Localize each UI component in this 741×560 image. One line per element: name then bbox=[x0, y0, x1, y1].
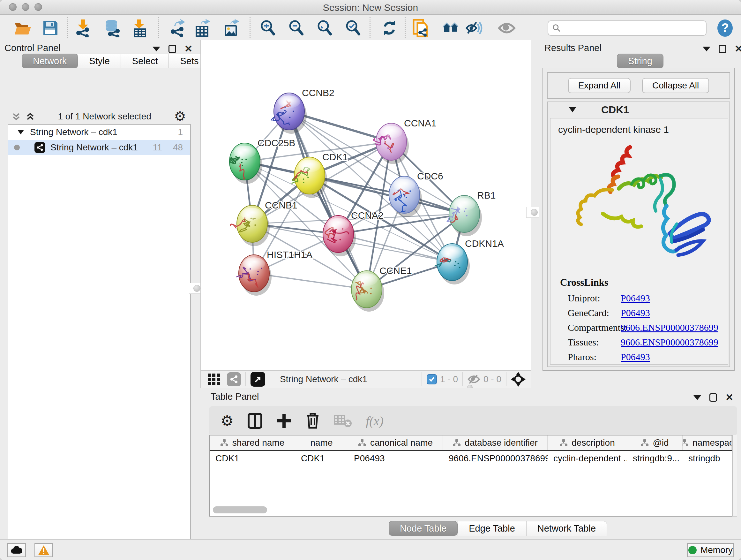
memory-button[interactable]: Memory bbox=[687, 543, 734, 557]
import-network-database-icon[interactable] bbox=[104, 19, 121, 37]
tab-network[interactable]: Network bbox=[22, 54, 78, 68]
node-CDKN1A[interactable]: CDKN1A bbox=[434, 238, 504, 285]
add-column-icon[interactable] bbox=[276, 413, 292, 428]
table-cell[interactable]: stringdb bbox=[683, 451, 732, 466]
table-row[interactable]: CDK1CDK1P064939606.ENSP00000378699cyclin… bbox=[210, 451, 732, 466]
tab-edge-table[interactable]: Edge Table bbox=[458, 521, 526, 536]
home-networks-icon[interactable] bbox=[442, 19, 460, 37]
node-RB1[interactable]: RB1 bbox=[447, 190, 495, 236]
results-panel-float-icon[interactable] bbox=[719, 45, 726, 53]
node-CDC6[interactable]: CDC6 bbox=[389, 171, 443, 217]
import-table-icon[interactable] bbox=[130, 19, 148, 37]
search-field[interactable] bbox=[548, 20, 706, 36]
table-panel-close-icon[interactable]: ✕ bbox=[725, 393, 733, 401]
results-panel-close-icon[interactable]: ✕ bbox=[735, 45, 741, 53]
node-CCNB1[interactable]: CCNB1 bbox=[230, 200, 297, 246]
tab-string[interactable]: String bbox=[617, 54, 664, 68]
collection-name: String Network – cdk1 bbox=[30, 127, 118, 137]
table-cell[interactable]: 9606.ENSP00000378699 bbox=[443, 451, 548, 466]
column-header-shared-name[interactable]: shared name bbox=[210, 435, 295, 450]
zoom-fit-icon[interactable] bbox=[316, 19, 334, 37]
zoom-in-icon[interactable] bbox=[259, 19, 277, 37]
fit-selected-crosshair-icon[interactable] bbox=[511, 372, 526, 387]
crosslink-link[interactable]: P06493 bbox=[621, 352, 650, 362]
birds-eye-view-icon[interactable] bbox=[251, 372, 265, 387]
network-options-gear-icon[interactable]: ⚙ bbox=[174, 112, 186, 121]
zoom-out-icon[interactable] bbox=[287, 19, 306, 37]
hide-unhide-icon[interactable] bbox=[465, 19, 483, 37]
table-vertical-scrollbar[interactable] bbox=[732, 435, 737, 516]
column-header-canonical-name[interactable]: canonical name bbox=[348, 435, 443, 450]
grid-view-icon[interactable] bbox=[208, 373, 220, 385]
cloud-button[interactable] bbox=[7, 543, 26, 557]
cdk1-section-header[interactable]: CDK1 bbox=[548, 102, 730, 118]
table-panel-menu-icon[interactable] bbox=[693, 395, 701, 400]
table-cell[interactable]: CDK1 bbox=[295, 451, 348, 466]
crosslink-link[interactable]: 9606.ENSP00000378699 bbox=[621, 322, 718, 333]
node-CCNE1[interactable]: CCNE1 bbox=[351, 265, 412, 312]
collapse-all-icon[interactable] bbox=[11, 112, 21, 121]
node-CDK1[interactable]: CDK1 bbox=[291, 152, 348, 198]
table-horizontal-scrollbar[interactable] bbox=[213, 506, 267, 513]
control-panel-menu-icon[interactable] bbox=[152, 47, 160, 51]
search-input[interactable] bbox=[561, 23, 702, 33]
crosslink-link[interactable]: P06493 bbox=[621, 293, 650, 304]
delete-table-icon[interactable] bbox=[334, 414, 352, 428]
show-eye-icon[interactable] bbox=[498, 19, 516, 37]
edge-CDK1-RB1[interactable] bbox=[310, 176, 464, 214]
tab-select[interactable]: Select bbox=[121, 54, 169, 68]
tab-network-table[interactable]: Network Table bbox=[526, 521, 607, 536]
show-columns-icon[interactable] bbox=[248, 413, 262, 429]
table-cell[interactable]: CDK1 bbox=[210, 451, 295, 466]
open-session-icon[interactable] bbox=[14, 19, 31, 37]
export-image-icon[interactable] bbox=[222, 19, 240, 37]
refresh-icon[interactable] bbox=[381, 19, 398, 37]
edge-CCNB2-CCNE1[interactable] bbox=[289, 111, 367, 289]
column-header-database-identifier[interactable]: database identifier bbox=[443, 435, 548, 450]
node-CDC25B[interactable]: CDC25B bbox=[229, 138, 295, 184]
network-view-icon[interactable] bbox=[227, 372, 241, 386]
table-toolbar: ⚙ f(x) bbox=[209, 406, 737, 435]
help-icon[interactable]: ? bbox=[716, 19, 734, 37]
selected-checkbox-icon[interactable] bbox=[427, 374, 437, 384]
crosslinks-title: CrossLinks bbox=[560, 277, 726, 288]
zoom-selected-icon[interactable] bbox=[344, 19, 362, 37]
copy-style-icon[interactable] bbox=[412, 19, 429, 37]
table-panel-float-icon[interactable] bbox=[710, 393, 717, 401]
control-panel-close-icon[interactable]: ✕ bbox=[185, 45, 192, 53]
warning-button[interactable] bbox=[35, 543, 53, 557]
expand-all-icon[interactable] bbox=[25, 112, 35, 121]
column-header-namespac[interactable]: namespac bbox=[683, 435, 732, 450]
export-table-icon[interactable] bbox=[193, 19, 211, 37]
table-cell[interactable]: P06493 bbox=[348, 451, 443, 466]
expand-all-button[interactable]: Expand All bbox=[568, 78, 630, 93]
collapse-all-button[interactable]: Collapse All bbox=[642, 78, 709, 93]
save-session-icon[interactable] bbox=[42, 19, 59, 37]
section-collapse-triangle-icon[interactable] bbox=[569, 107, 576, 113]
apply-function-icon[interactable]: f(x) bbox=[366, 414, 384, 428]
import-network-file-icon[interactable] bbox=[74, 19, 92, 37]
node-CCNA1[interactable]: CCNA1 bbox=[373, 118, 436, 164]
column-header-name[interactable]: name bbox=[295, 435, 348, 450]
delete-column-icon[interactable] bbox=[306, 413, 320, 429]
column-header-description[interactable]: description bbox=[548, 435, 627, 450]
node-CCNA2[interactable]: CCNA2 bbox=[323, 210, 384, 256]
results-panel-menu-icon[interactable] bbox=[703, 47, 711, 51]
table-options-gear-icon[interactable]: ⚙ bbox=[220, 414, 233, 428]
table-cell[interactable]: stringdb:9... bbox=[627, 451, 683, 466]
crosslink-link[interactable]: 9606.ENSP00000378699 bbox=[621, 337, 718, 348]
memory-status-dot bbox=[688, 546, 697, 554]
tab-style[interactable]: Style bbox=[78, 54, 121, 68]
network-collection-row[interactable]: String Network – cdk1 1 bbox=[8, 125, 190, 140]
node-HIST1H1A[interactable]: HIST1H1A bbox=[237, 249, 313, 296]
export-network-icon[interactable] bbox=[169, 19, 186, 37]
table-cell[interactable]: cyclin-dependent ... bbox=[548, 451, 627, 466]
tab-node-table[interactable]: Node Table bbox=[389, 521, 458, 536]
network-canvas[interactable]: CCNB2CCNA1CDC25BCDK1CDC6RB1CCNB1CCNA2CDK… bbox=[200, 40, 531, 370]
column-header-@id[interactable]: @id bbox=[627, 435, 683, 450]
crosslink-link[interactable]: P06493 bbox=[621, 307, 650, 318]
collapse-triangle-icon[interactable] bbox=[17, 129, 24, 135]
network-row[interactable]: String Network – cdk1 11 48 bbox=[8, 140, 190, 155]
node-CCNB2[interactable]: CCNB2 bbox=[271, 87, 334, 134]
control-panel-float-icon[interactable] bbox=[169, 45, 176, 53]
